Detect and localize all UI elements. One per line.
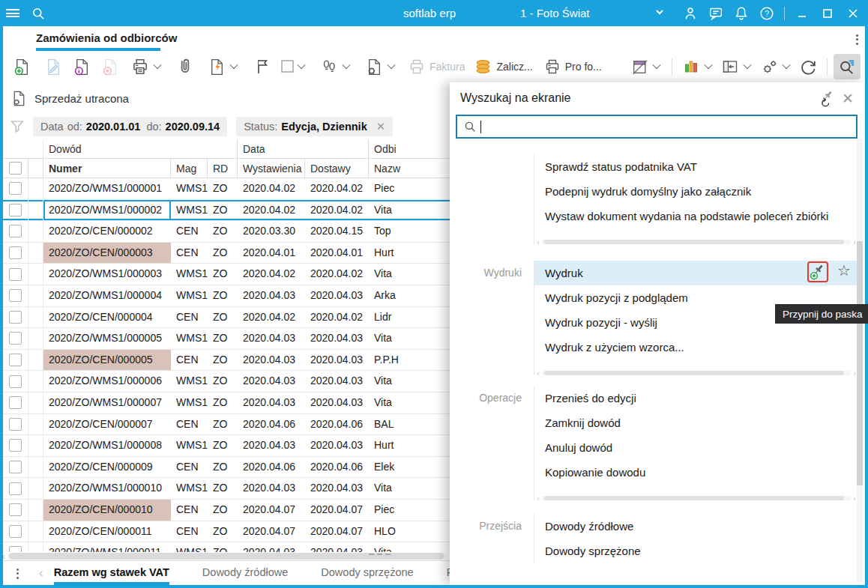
cell-wystawienia[interactable]: 2020.04.07 [238, 521, 305, 542]
scroll-left-arrow-icon[interactable]: ‹ [534, 237, 542, 246]
checkbox[interactable] [9, 246, 22, 259]
chart-chevron-down-icon[interactable] [704, 60, 712, 68]
cell-rd[interactable]: ZO [208, 328, 238, 349]
command-item[interactable]: Dowody źródłowe [545, 514, 858, 539]
cell-rd[interactable]: ZO [208, 200, 238, 221]
select-all-checkbox[interactable] [3, 159, 28, 178]
checkbox[interactable] [9, 482, 22, 495]
column-header-dostawy[interactable]: Dostawy [305, 159, 369, 178]
notes-chevron-down-icon[interactable] [652, 60, 660, 68]
search-on-screen-button[interactable] [834, 54, 861, 79]
checkbox[interactable] [9, 225, 22, 237]
bottom-tab[interactable]: Dowody źródłowe [202, 561, 288, 586]
cell-rd[interactable]: ZO [208, 478, 238, 499]
cell-wystawienia[interactable]: 2020.04.03 [238, 328, 305, 349]
cell-wystawienia[interactable]: 2020.04.03 [238, 350, 305, 371]
cell-dostawy[interactable]: 2020.04.15 [305, 221, 369, 242]
print-chevron-down-icon[interactable] [153, 60, 161, 68]
cell-dostawy[interactable]: 2020.04.06 [305, 457, 369, 478]
cell-dostawy[interactable]: 2020.04.03 [305, 328, 369, 349]
refresh-button[interactable] [795, 55, 821, 78]
cell-mag[interactable]: WMS1 [171, 478, 208, 499]
section-hscroll-thumb[interactable] [544, 496, 844, 500]
cell-dostawy[interactable]: 2020.04.07 [305, 521, 369, 542]
cell-dostawy[interactable]: 2020.04.02 [305, 264, 369, 285]
favorite-star-icon[interactable]: ☆ [837, 262, 851, 279]
checkbox[interactable] [9, 418, 22, 431]
cell-numer[interactable]: 2020/ZO/CEN/000002 [43, 221, 171, 242]
cell-dostawy[interactable]: 2020.04.03 [305, 435, 369, 456]
cell-wystawienia[interactable]: 2020.04.03 [238, 371, 305, 392]
cell-numer[interactable]: 2020/ZO/WMS1/000007 [43, 392, 171, 413]
footprints-chevron-down-icon[interactable] [342, 60, 350, 68]
checkbox[interactable] [9, 375, 22, 388]
notes-disabled-button[interactable] [627, 55, 652, 78]
cell-rd[interactable]: ZO [208, 542, 238, 552]
row-checkbox[interactable] [3, 285, 28, 306]
section-horizontal-scrollbar[interactable]: ‹› [534, 239, 858, 244]
checkbox[interactable] [9, 289, 22, 302]
cell-numer[interactable]: 2020/ZO/WMS1/000002 [43, 200, 171, 221]
cell-rd[interactable]: ZO [208, 264, 238, 285]
checkbox[interactable] [9, 546, 22, 552]
cell-mag[interactable]: WMS1 [171, 264, 208, 285]
side-panel-button[interactable] [717, 55, 743, 78]
cell-wystawienia[interactable]: 2020.04.03 [238, 435, 305, 456]
cell-rd[interactable]: ZO [208, 435, 238, 456]
row-checkbox[interactable] [3, 264, 28, 285]
row-checkbox[interactable] [3, 478, 28, 499]
cell-rd[interactable]: ZO [208, 221, 238, 242]
delete-document-button[interactable] [97, 55, 123, 78]
checkbox[interactable] [9, 268, 22, 281]
cell-dostawy[interactable]: 2020.04.03 [305, 392, 369, 413]
checkbox[interactable] [9, 439, 22, 452]
cell-mag[interactable]: CEN [171, 521, 208, 542]
settings-gears-button[interactable] [756, 55, 782, 78]
flag-button[interactable] [250, 55, 276, 78]
cell-mag[interactable]: WMS1 [171, 435, 208, 456]
cell-dostawy[interactable]: 2020.04.03 [305, 285, 369, 306]
cell-mag[interactable]: CEN [171, 414, 208, 435]
row-checkbox[interactable] [3, 178, 28, 199]
cell-dostawy[interactable]: 2020.04.06 [305, 414, 369, 435]
row-checkbox[interactable] [3, 521, 28, 542]
cell-rd[interactable]: ZO [208, 307, 238, 328]
tab-zamowienia[interactable]: Zamówienia od odbiorców [36, 31, 177, 44]
section-horizontal-scrollbar[interactable]: ‹› [534, 370, 858, 375]
faktura-button[interactable]: Faktura [408, 55, 465, 78]
row-checkbox[interactable] [3, 200, 28, 221]
cell-numer[interactable]: 2020/ZO/WMS1/000001 [43, 178, 171, 199]
cell-rd[interactable]: ZO [208, 500, 238, 521]
status-color-chevron-down-icon[interactable] [297, 60, 305, 68]
cell-numer[interactable]: 2020/ZO/CEN/000004 [43, 307, 171, 328]
checkbox[interactable] [9, 182, 22, 195]
command-item[interactable]: Dowody sprzężone [545, 539, 858, 563]
checkbox[interactable] [9, 332, 22, 345]
column-header-mag[interactable]: Mag [171, 159, 208, 178]
cell-mag[interactable]: WMS1 [171, 328, 208, 349]
cell-wystawienia[interactable]: 2020.04.02 [238, 178, 305, 199]
cell-wystawienia[interactable]: 2020.04.03 [238, 542, 305, 552]
scroll-left-arrow-icon[interactable]: ‹ [534, 494, 542, 503]
checkbox[interactable] [9, 503, 22, 516]
cell-wystawienia[interactable]: 2020.04.07 [238, 500, 305, 521]
cell-dostawy[interactable]: 2020.04.07 [305, 500, 369, 521]
cell-rd[interactable]: ZO [208, 414, 238, 435]
command-item[interactable]: Zamknij dowód [545, 410, 858, 435]
user-icon[interactable] [678, 0, 703, 26]
cell-numer[interactable]: 2020/ZO/WMS1/000005 [43, 328, 171, 349]
checkbox[interactable] [9, 396, 22, 409]
checkbox[interactable] [9, 461, 22, 473]
cell-numer[interactable]: 2020/ZO/WMS1/000008 [43, 435, 171, 456]
section-hscroll-thumb[interactable] [544, 371, 844, 375]
cell-numer[interactable]: 2020/ZO/WMS1/000004 [43, 285, 171, 306]
global-search-icon[interactable] [25, 0, 51, 26]
column-header-numer[interactable]: Numer [43, 159, 171, 178]
cell-dostawy[interactable]: 2020.04.02 [305, 178, 369, 199]
status-color-button[interactable] [279, 55, 297, 78]
command-item[interactable]: Podepnij wydruk domyślny jako załącznik [545, 179, 858, 204]
cell-wystawienia[interactable]: 2020.04.06 [238, 414, 305, 435]
chart-button[interactable] [678, 55, 704, 78]
checkbox[interactable] [9, 311, 22, 324]
cell-numer[interactable]: 2020/ZO/WMS1/000010 [43, 478, 171, 499]
